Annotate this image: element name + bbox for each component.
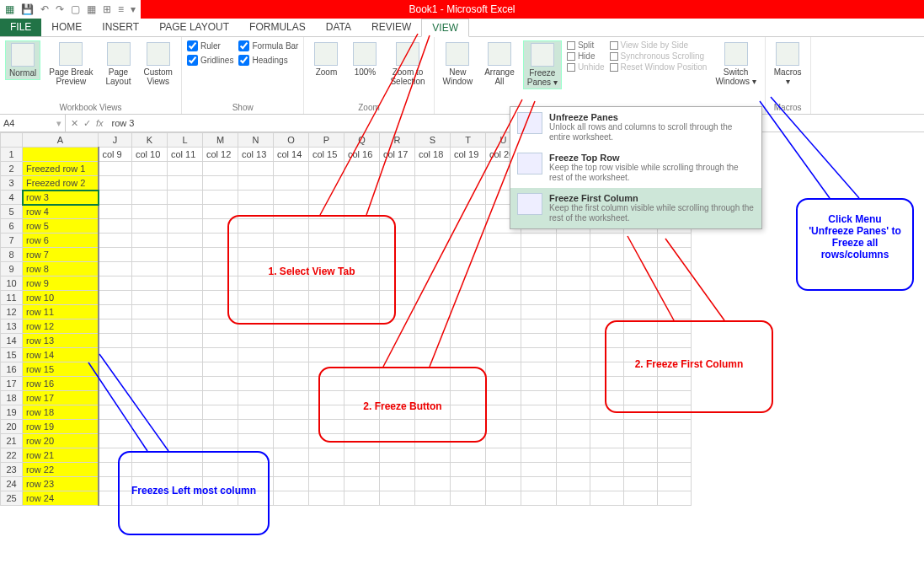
table-row[interactable]: 22row 21 (1, 448, 692, 463)
cell[interactable] (274, 334, 309, 348)
cell[interactable] (658, 234, 692, 248)
cell[interactable] (624, 491, 658, 506)
cell[interactable] (451, 262, 486, 276)
cell[interactable] (590, 448, 624, 463)
cell[interactable] (557, 420, 590, 434)
macros-button[interactable]: Macros ▾ (771, 40, 805, 88)
row-header[interactable]: 2 (1, 162, 23, 176)
cell[interactable] (238, 391, 274, 405)
cell[interactable] (309, 491, 344, 506)
cell[interactable] (557, 362, 590, 377)
cell[interactable] (415, 219, 451, 234)
tab-view[interactable]: VIEW (421, 19, 469, 37)
switch-windows-button[interactable]: Switch Windows ▾ (712, 40, 759, 88)
cell[interactable] (486, 291, 521, 305)
cell[interactable] (451, 334, 486, 348)
cell[interactable] (203, 348, 238, 362)
cell[interactable] (521, 319, 557, 334)
cell[interactable] (99, 362, 132, 377)
cell[interactable] (203, 362, 238, 377)
cell[interactable]: row 15 (23, 362, 99, 377)
cell[interactable] (658, 276, 692, 291)
cell[interactable] (451, 305, 486, 319)
column-header[interactable]: N (238, 133, 274, 148)
cell[interactable] (521, 377, 557, 391)
cell[interactable] (557, 377, 590, 391)
cell[interactable] (344, 491, 380, 506)
fx-icon[interactable]: fx (96, 118, 104, 128)
column-header[interactable]: K (132, 133, 168, 148)
cell[interactable]: row 14 (23, 348, 99, 362)
cell[interactable] (99, 219, 132, 234)
cell[interactable] (521, 334, 557, 348)
table-row[interactable]: 23row 22 (1, 463, 692, 477)
cell[interactable] (486, 234, 521, 248)
cell[interactable] (590, 248, 624, 262)
tab-review[interactable]: REVIEW (361, 18, 421, 36)
cell[interactable] (274, 405, 309, 420)
cell[interactable] (132, 276, 168, 291)
cell[interactable] (451, 205, 486, 219)
row-header[interactable]: 3 (1, 176, 23, 191)
cell[interactable] (309, 334, 344, 348)
qat-icon[interactable]: ▢ (71, 0, 80, 19)
qat-icon[interactable]: ≡ (118, 0, 124, 19)
cell[interactable] (309, 176, 344, 191)
redo-icon[interactable]: ↷ (56, 0, 64, 19)
cell[interactable] (486, 305, 521, 319)
cell[interactable]: row 5 (23, 219, 99, 234)
cell[interactable] (274, 348, 309, 362)
cell[interactable] (521, 362, 557, 377)
row-header[interactable]: 23 (1, 463, 23, 477)
row-header[interactable]: 16 (1, 362, 23, 377)
cell[interactable]: col 18 (415, 148, 451, 162)
cell[interactable] (168, 162, 203, 176)
cell[interactable] (521, 276, 557, 291)
freeze-panes-button[interactable]: Freeze Panes ▾ (523, 40, 562, 89)
cell[interactable] (486, 262, 521, 276)
page-layout-button[interactable]: Page Layout (102, 40, 136, 88)
cell[interactable] (274, 463, 309, 477)
cell[interactable] (521, 248, 557, 262)
cell[interactable] (624, 248, 658, 262)
cell[interactable] (203, 191, 238, 205)
cell[interactable] (380, 448, 415, 463)
cell[interactable] (380, 191, 415, 205)
row-header[interactable]: 12 (1, 305, 23, 319)
cell[interactable] (521, 291, 557, 305)
cell[interactable] (624, 420, 658, 434)
cell[interactable] (203, 162, 238, 176)
cell[interactable] (486, 420, 521, 434)
cell[interactable] (486, 348, 521, 362)
cell[interactable] (521, 305, 557, 319)
cell[interactable] (624, 262, 658, 276)
cell[interactable] (309, 463, 344, 477)
column-header[interactable]: Q (344, 133, 380, 148)
cell[interactable] (624, 448, 658, 463)
cell[interactable] (168, 405, 203, 420)
cell[interactable]: col 10 (132, 148, 168, 162)
cell[interactable] (658, 262, 692, 276)
cell[interactable] (99, 405, 132, 420)
arrange-all-button[interactable]: Arrange All (481, 40, 518, 88)
table-row[interactable]: 25row 24 (1, 491, 692, 506)
save-icon[interactable]: 💾 (21, 0, 34, 19)
cell[interactable]: row 20 (23, 434, 99, 448)
cell[interactable] (99, 420, 132, 434)
cell[interactable] (486, 334, 521, 348)
cell[interactable] (451, 162, 486, 176)
cell[interactable] (99, 205, 132, 219)
cell[interactable] (99, 191, 132, 205)
cell[interactable] (451, 291, 486, 305)
cell[interactable] (415, 491, 451, 506)
cell[interactable] (238, 420, 274, 434)
cell[interactable] (486, 248, 521, 262)
row-header[interactable]: 8 (1, 248, 23, 262)
cell[interactable] (238, 434, 274, 448)
cell[interactable] (132, 334, 168, 348)
row-header[interactable]: 1 (1, 148, 23, 162)
cell[interactable] (344, 477, 380, 491)
cell[interactable] (624, 305, 658, 319)
spreadsheet-grid[interactable]: AJKLMNOPQRSTUABACADAEAF1col 9col 10col 1… (0, 132, 924, 506)
cell[interactable]: row 8 (23, 262, 99, 276)
